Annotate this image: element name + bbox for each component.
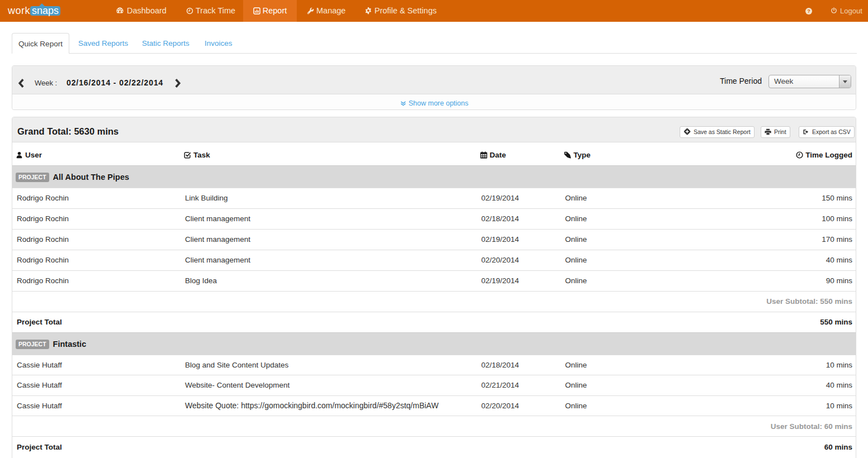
svg-text:?: ? <box>807 8 810 14</box>
